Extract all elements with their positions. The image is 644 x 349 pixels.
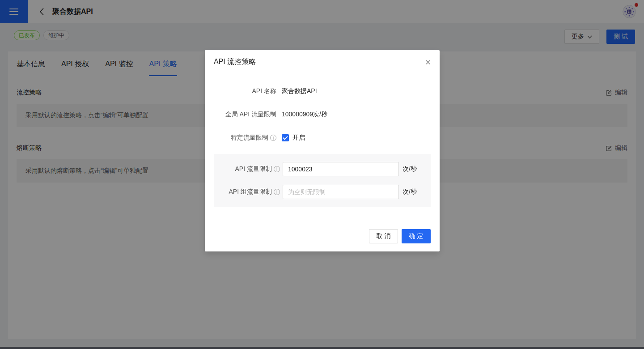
info-icon: i [274, 166, 280, 172]
cancel-button[interactable]: 取 消 [369, 229, 398, 243]
specific-limit-checkbox-label: 开启 [292, 134, 305, 142]
api-limit-unit: 次/秒 [402, 165, 417, 173]
modal-body: API 名称 聚合数据API 全局 API 流量限制 100000909次/秒 … [205, 74, 440, 207]
api-limit-label: API 流量限制 i [214, 165, 280, 173]
api-limit-input[interactable] [283, 162, 399, 176]
specific-limit-checkbox[interactable] [282, 134, 289, 141]
global-limit-label: 全局 API 流量限制 [214, 111, 276, 119]
group-limit-input[interactable] [283, 185, 399, 199]
group-limit-unit: 次/秒 [402, 188, 417, 196]
global-limit-row: 全局 API 流量限制 100000909次/秒 [214, 107, 431, 122]
confirm-button[interactable]: 确 定 [402, 229, 431, 243]
group-limit-row: API 组流量限制 i 次/秒 [214, 185, 431, 199]
close-icon[interactable]: × [425, 58, 431, 67]
api-name-label: API 名称 [214, 87, 276, 95]
flow-control-policy-modal: API 流控策略 × API 名称 聚合数据API 全局 API 流量限制 10… [205, 50, 440, 251]
api-name-row: API 名称 聚合数据API [214, 84, 431, 98]
specific-limit-panel: API 流量限制 i 次/秒 API 组流量限制 i 次/秒 [214, 154, 431, 207]
modal-header: API 流控策略 × [205, 50, 440, 74]
api-name-value: 聚合数据API [282, 87, 317, 95]
modal-title: API 流控策略 [214, 57, 256, 67]
info-icon: i [270, 135, 276, 141]
global-limit-value: 100000909次/秒 [282, 111, 327, 119]
specific-limit-row: 特定流量限制 i 开启 [214, 131, 431, 145]
api-limit-row: API 流量限制 i 次/秒 [214, 162, 431, 176]
modal-footer: 取 消 确 定 [369, 229, 431, 243]
specific-limit-label: 特定流量限制 i [214, 134, 276, 142]
group-limit-label: API 组流量限制 i [214, 188, 280, 196]
info-icon: i [274, 189, 280, 195]
